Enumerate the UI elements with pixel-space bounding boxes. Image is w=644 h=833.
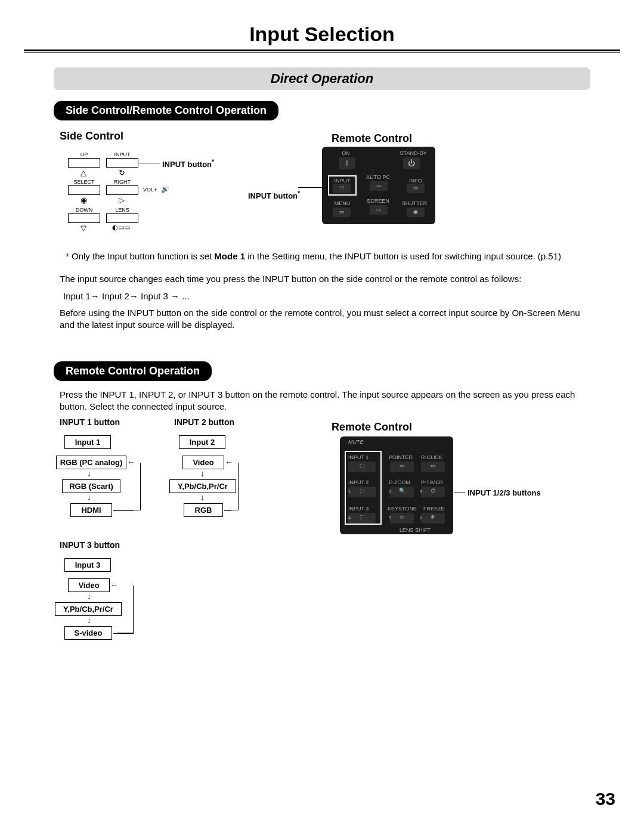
rb-autopc: ▭ <box>370 181 388 191</box>
loop-conn-3 <box>113 633 134 634</box>
sc-btn-right <box>106 185 138 195</box>
triangle-up-icon: △ <box>80 168 86 177</box>
rb-dzoom: 🔍 <box>390 487 414 497</box>
loop-conn-1 <box>113 510 134 511</box>
rl-mute: MUTE <box>348 439 364 445</box>
sc-label-up: UP <box>68 151 100 157</box>
callout-input-remote: INPUT button* <box>248 190 300 200</box>
rb-input: ⬚ <box>333 184 351 193</box>
callout-input-remote-text: INPUT button <box>248 191 298 200</box>
callout-line-side <box>138 163 160 163</box>
arrow-down-icon-1b: ↓ <box>87 494 91 500</box>
page-number: 33 <box>596 789 615 809</box>
rl-freeze: FREEZE <box>423 506 445 512</box>
arrow-down-icon-3b: ↓ <box>87 617 91 623</box>
arrow-down-icon-2a: ↓ <box>200 470 205 476</box>
heading-side-control: Side Control <box>60 130 123 143</box>
note-mode1: * Only the Input button function is set … <box>66 250 584 262</box>
rb-input2: ⬚ <box>348 487 376 497</box>
loop-line-2 <box>231 463 239 510</box>
rl-input1: INPUT 1 <box>348 454 369 460</box>
rb-menu: ▭ <box>333 208 351 217</box>
sc-btn-input <box>106 158 138 168</box>
sc-btn-down <box>68 213 100 223</box>
flow2-box3: Y,Pb/Cb,Pr/Cr <box>169 479 236 493</box>
sc-btn-up <box>68 158 100 168</box>
loop-conn-2 <box>224 510 231 511</box>
callout-input-123: INPUT 1/2/3 buttons <box>467 488 541 497</box>
asterisk-icon-2: * <box>298 190 300 197</box>
rl-menu: MENU <box>329 200 355 206</box>
page-title: Input Selection <box>0 23 644 46</box>
note-mode1-bold: Mode 1 <box>214 251 245 261</box>
rb-keystone: ▭ <box>390 513 414 524</box>
sc-label-down: DOWN <box>68 207 100 213</box>
para-sequence: Input 1→ Input 2→ Input 3 → ... <box>63 290 584 302</box>
sc-label-volplus: VOL+ <box>143 187 157 193</box>
para-sequence-intro: The input source changes each time you p… <box>60 273 584 285</box>
rb-rclick: ▭ <box>421 462 445 472</box>
flow1-box1: Input 1 <box>64 435 111 449</box>
callout-line-remote2 <box>454 493 465 493</box>
flow3-box1: Input 3 <box>64 558 111 572</box>
callout-input-side: INPUT button* <box>162 158 214 169</box>
flow3-box4: S-video <box>64 626 112 640</box>
note-prefix: * Only the Input button function is set <box>66 251 214 261</box>
rb-screen: ▭ <box>370 205 388 215</box>
sc-label-input: INPUT <box>106 151 138 157</box>
rl-n1: 1 <box>347 489 352 494</box>
flow2-box1: Input 2 <box>179 435 225 449</box>
triangle-down-icon: ▽ <box>80 224 86 233</box>
rl-n2: 2 <box>388 489 392 494</box>
rl-lensshift: LENS SHIFT <box>400 527 431 533</box>
rl-screen: SCREEN <box>364 198 392 204</box>
arrow-down-icon-1a: ↓ <box>87 470 91 476</box>
triangle-right-icon: ▷ <box>119 196 125 205</box>
callout-input-side-text: INPUT button <box>162 160 212 169</box>
rb-pointer: ▭ <box>390 462 414 472</box>
rl-pointer: POINTER <box>389 454 413 460</box>
rl-autopc: AUTO PC <box>364 174 392 180</box>
rb-ptimer: ⏱ <box>421 487 445 497</box>
loop-line-1 <box>134 463 141 510</box>
sc-btn-lens <box>106 213 138 223</box>
flow2-box2: Video <box>182 456 224 469</box>
pill-side-remote-op: Side Control/Remote Control Operation <box>54 101 278 120</box>
lens-icon: ◐▭▭ <box>112 224 130 231</box>
section-direct-operation: Direct Operation <box>54 67 590 90</box>
flow2-box4: RGB <box>184 503 223 517</box>
asterisk-icon: * <box>212 158 214 165</box>
title-rule <box>24 49 620 53</box>
rl-input2: INPUT 2 <box>348 479 369 485</box>
rl-standby: STAND-BY <box>398 150 428 156</box>
flow2-title: INPUT 2 button <box>174 417 234 427</box>
sc-label-lens: LENS <box>106 207 138 213</box>
heading-remote-control-2: Remote Control <box>332 421 412 433</box>
para-press-input: Press the INPUT 1, INPUT 2, or INPUT 3 b… <box>60 389 584 413</box>
rl-shutter: SHUTTER <box>400 200 429 206</box>
rl-ptimer: P-TIMER <box>421 479 443 485</box>
loop-line-3 <box>117 586 134 633</box>
flow3-title: INPUT 3 button <box>60 540 120 550</box>
pill-remote-op: Remote Control Operation <box>54 361 212 381</box>
callout-line-remote1 <box>298 187 328 188</box>
flow1-box3: RGB (Scart) <box>62 479 120 493</box>
rl-n6: 6 <box>419 515 423 521</box>
heading-remote-control-1: Remote Control <box>332 132 412 145</box>
rl-on: ON <box>334 150 358 156</box>
rb-on: I <box>339 157 355 169</box>
rb-shutter: ◉ <box>407 208 425 217</box>
arrow-down-icon-3a: ↓ <box>87 593 91 599</box>
flow1-box4: HDMI <box>70 503 112 517</box>
rb-input1: ⬚ <box>348 462 376 472</box>
rl-n4: 4 <box>347 515 352 521</box>
flow1-title: INPUT 1 button <box>60 417 120 427</box>
sc-btn-select <box>68 185 100 195</box>
para-before-using: Before using the INPUT button on the sid… <box>60 307 584 332</box>
note-suffix: in the Setting menu, the INPUT button is… <box>245 251 561 261</box>
flow3-box3: Y,Pb/Cb,Pr/Cr <box>55 602 122 616</box>
rb-info: ▭ <box>407 184 425 193</box>
rl-keystone: KEYSTONE <box>388 506 417 512</box>
sc-label-right: RIGHT <box>106 179 138 185</box>
rb-standby: ⏻ <box>403 157 420 169</box>
